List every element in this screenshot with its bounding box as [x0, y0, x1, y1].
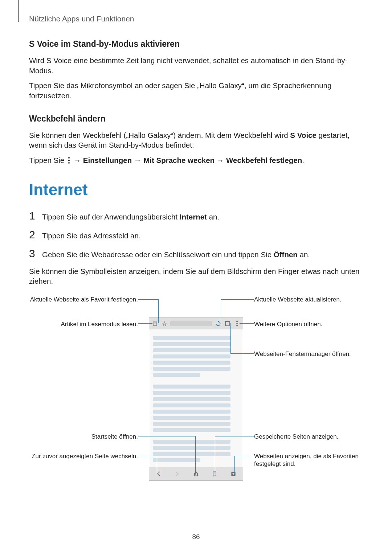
text: . [302, 156, 304, 164]
tabs-icon [224, 320, 231, 327]
home-icon [192, 470, 200, 477]
step-3: 3 Geben Sie die Webadresse oder ein Schl… [29, 247, 363, 260]
svoice-p2: Tippen Sie das Mikrofonsymbol an oder sa… [29, 81, 363, 100]
text: Tippen Sie auf der Anwendungsübersicht [42, 213, 180, 221]
lead-line [215, 436, 254, 436]
weckbefehl-p2: Tippen Sie → Einstellungen → Mit Sprache… [29, 155, 363, 165]
callout-home: Startseite öffnen. [29, 433, 138, 440]
bold-festlegen: Weckbefehl festlegen [226, 156, 302, 164]
step-2: 2 Tippen Sie das Adressfeld an. [29, 229, 363, 241]
svg-rect-2 [154, 324, 156, 324]
text: Tippen Sie [29, 156, 66, 164]
more-vertical-icon [66, 157, 72, 164]
lead-line [138, 323, 152, 324]
forward-icon [173, 470, 181, 477]
callout-favorite: Aktuelle Webseite als Favorit festlegen. [29, 296, 138, 303]
after-steps-para: Sie können die Symbolleisten anzeigen, i… [29, 266, 363, 286]
breadcrumb: Nützliche Apps und Funktionen [29, 15, 363, 23]
bold-sprache: Mit Sprache wecken [143, 156, 215, 164]
lead-line [221, 299, 254, 300]
callout-reload: Aktuelle Webseite aktualisieren. [254, 296, 363, 303]
bold-svoice: S Voice [290, 131, 317, 139]
arrow: → [132, 156, 143, 164]
lead-line [234, 456, 254, 456]
svoice-p1: Wird S Voice eine bestimmte Zeit lang ni… [29, 56, 363, 75]
callout-reader: Artikel im Lesemodus lesen. [29, 320, 138, 328]
browser-topbar [149, 318, 243, 329]
step-1: 1 Tippen Sie auf der Anwendungsübersicht… [29, 210, 363, 222]
lead-line [234, 456, 235, 475]
page-number: 86 [0, 533, 392, 541]
lead-line [138, 436, 195, 436]
page-title: Internet [29, 181, 363, 199]
text: an. [207, 213, 219, 221]
step-number: 2 [29, 229, 36, 241]
callout-more: Weitere Optionen öffnen. [254, 320, 363, 328]
more-icon [233, 320, 241, 327]
lead-line [230, 323, 231, 354]
lead-line [221, 299, 221, 323]
page-tab-marker [18, 0, 19, 22]
bold-einstellungen: Einstellungen [83, 156, 132, 164]
lead-line [240, 323, 254, 324]
star-icon [161, 320, 168, 327]
back-icon [155, 470, 162, 477]
lead-line [195, 436, 196, 475]
arrow: → [215, 156, 226, 164]
bold-oeffnen: Öffnen [274, 250, 298, 259]
arrow: → [72, 156, 83, 164]
bookmarks-icon [230, 470, 237, 477]
lead-line [215, 436, 215, 475]
step-text: Tippen Sie das Adressfeld an. [42, 231, 141, 241]
svg-marker-4 [218, 321, 219, 323]
lead-line [157, 456, 157, 475]
url-bar-placeholder [170, 321, 212, 326]
callout-back: Zur zuvor angezeigten Seite wechseln. [29, 452, 138, 460]
step-number: 1 [29, 210, 36, 222]
section-heading-svoice: S Voice im Stand-by-Modus aktivieren [29, 39, 363, 49]
lead-line [138, 456, 157, 456]
lead-line [158, 299, 159, 323]
callout-bookmarks: Webseiten anzeigen, die als Favoriten fe… [254, 452, 363, 468]
phone-mockup [149, 317, 243, 481]
reader-icon [151, 320, 159, 327]
text: Geben Sie die Webadresse oder ein Schlüs… [42, 250, 274, 259]
svg-marker-3 [162, 321, 166, 325]
phone-body-blur [153, 334, 239, 464]
step-text: Geben Sie die Webadresse oder ein Schlüs… [42, 250, 310, 260]
section-heading-weckbefehl: Weckbefehl ändern [29, 114, 363, 124]
lead-line [230, 353, 254, 354]
callout-saved: Gespeicherte Seiten anzeigen. [254, 433, 363, 440]
text: Sie können den Weckbefehl („Hallo Galaxy… [29, 131, 290, 139]
svg-rect-1 [154, 323, 156, 323]
svg-rect-5 [213, 472, 216, 476]
callout-tabs: Webseiten-Fenstermanager öffnen. [254, 350, 363, 358]
step-number: 3 [29, 247, 36, 260]
browser-bottombar [149, 467, 243, 480]
bold-internet: Internet [180, 213, 207, 221]
lead-line [138, 299, 158, 300]
step-text: Tippen Sie auf der Anwendungsübersicht I… [42, 212, 219, 222]
browser-diagram: Aktuelle Webseite als Favorit festlegen.… [29, 296, 363, 484]
weckbefehl-p1: Sie können den Weckbefehl („Hallo Galaxy… [29, 130, 363, 150]
page-content: Nützliche Apps und Funktionen S Voice im… [29, 15, 363, 484]
text: an. [298, 250, 310, 259]
